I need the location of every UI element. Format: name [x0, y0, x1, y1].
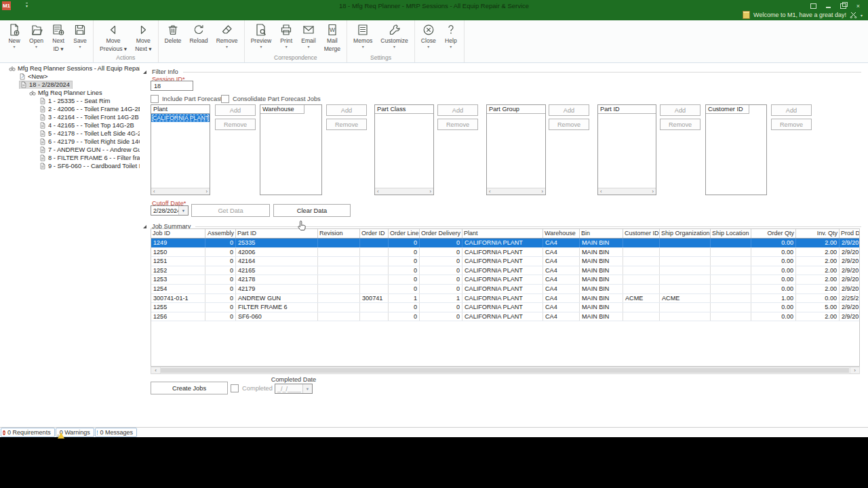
part-id-add-button[interactable]: Add — [660, 104, 701, 116]
scroll-right-arrow[interactable]: › — [206, 188, 208, 195]
tree-item[interactable]: 9 - SF6-060 - - Cardboard Toilet Bowl C — [0, 162, 140, 170]
status-badge[interactable]: i0 Messages — [95, 428, 137, 437]
collapse-triangle-icon[interactable] — [143, 225, 146, 228]
tree-item[interactable]: Mfg Req Planner Sessions - All Equip Rep… — [0, 64, 140, 73]
listbox-horizontal-scrollbar[interactable]: ‹› — [375, 188, 433, 195]
consolidate-checkbox[interactable] — [221, 95, 229, 103]
customer-id-listbox[interactable]: Customer ID — [705, 104, 767, 195]
include-forecasts-checkbox[interactable] — [151, 95, 159, 103]
tree-item[interactable]: 6 - 42179 - - Toilet Right Side 14G-2B — [0, 138, 140, 146]
plant-listbox[interactable]: PlantCALIFORNIA PLANT‹› — [151, 104, 210, 195]
scroll-right-arrow[interactable]: › — [542, 188, 544, 195]
grid-column-header[interactable]: Order Qty — [751, 229, 796, 238]
status-badge[interactable]: ×0 Requirements — [1, 428, 55, 437]
new-button[interactable]: New▾ — [3, 20, 25, 49]
close-window-button[interactable]: × — [855, 3, 861, 9]
scrollbar-thumb[interactable] — [161, 368, 849, 373]
grid-column-header[interactable]: Job ID — [151, 229, 205, 238]
move-previous-button[interactable]: MovePrevious ▾ — [96, 20, 131, 52]
filter-info-section-header[interactable]: Filter Info — [143, 68, 861, 76]
grid-column-header[interactable]: Bin — [580, 229, 623, 238]
table-row[interactable]: 125004200600CALIFORNIA PLANTCA4MAIN BIN0… — [151, 248, 859, 258]
table-row[interactable]: 125304217800CALIFORNIA PLANTCA4MAIN BIN0… — [151, 275, 859, 285]
tree-item[interactable]: 1 - 25335 - - Seat Rim — [0, 97, 140, 105]
scroll-left-arrow[interactable]: ‹ — [151, 367, 161, 373]
remove-button[interactable]: Remove▾ — [212, 20, 242, 49]
window-options-button[interactable] — [810, 3, 816, 9]
part-id-remove-button[interactable]: Remove — [660, 119, 701, 130]
grid-column-header[interactable]: Order ID — [360, 229, 389, 238]
close-button[interactable]: Close▾ — [417, 20, 440, 49]
part-group-listbox-header[interactable]: Part Group — [487, 105, 545, 114]
cutoff-date-picker[interactable]: 2/28/2024 ▾ — [151, 205, 189, 216]
get-data-button[interactable]: Get Data — [191, 204, 270, 217]
tree-item[interactable]: <New> — [0, 73, 140, 81]
dropdown-caret-icon[interactable]: ▾ — [260, 45, 262, 49]
create-jobs-button[interactable]: Create Jobs — [151, 382, 228, 394]
part-group-add-button[interactable]: Add — [549, 104, 589, 116]
save-button[interactable]: Save▾ — [69, 20, 91, 49]
scroll-left-arrow[interactable]: ‹ — [377, 188, 379, 195]
grid-column-header[interactable]: Revision — [318, 229, 360, 238]
delete-button[interactable]: Delete — [161, 20, 186, 45]
session-id-input[interactable]: 18 — [151, 81, 193, 91]
dropdown-caret-icon[interactable]: ▾ — [13, 45, 15, 49]
grid-column-header[interactable]: Customer ID — [623, 229, 660, 238]
next-id-button[interactable]: NextID ▾ — [47, 20, 69, 52]
grid-column-header[interactable]: Assembly — [205, 229, 236, 238]
status-badge[interactable]: !0 Warnings — [56, 428, 94, 437]
table-row[interactable]: 125404217900CALIFORNIA PLANTCA4MAIN BIN0… — [151, 285, 859, 294]
dropdown-caret-icon[interactable]: ▾ — [226, 45, 228, 49]
table-row[interactable]: 124902533500CALIFORNIA PLANTCA4MAIN BIN0… — [151, 239, 859, 248]
plant-remove-button[interactable]: Remove — [215, 119, 256, 130]
part-group-remove-button[interactable]: Remove — [549, 119, 589, 130]
dropdown-caret-icon[interactable]: ▾ — [35, 45, 37, 49]
dropdown-caret-icon[interactable]: ▾ — [362, 45, 364, 49]
grid-column-header[interactable]: Warehouse — [543, 229, 580, 238]
tree-item[interactable]: Mfg Req Planner Lines — [0, 89, 140, 97]
tree-item[interactable]: 3 - 42164 - - Toilet Front 14G-2B — [0, 113, 140, 121]
email-button[interactable]: Email▾ — [297, 20, 320, 49]
scroll-left-arrow[interactable]: ‹ — [600, 188, 602, 195]
chevron-down-icon[interactable]: ▾ — [178, 206, 188, 215]
dropdown-caret-icon[interactable]: ▾ — [393, 45, 395, 49]
table-row[interactable]: 125104216400CALIFORNIA PLANTCA4MAIN BIN0… — [151, 257, 859, 266]
tree-item[interactable]: 18 - 2/28/2024 — [0, 81, 140, 89]
grid-column-header[interactable]: Ship Location — [711, 229, 751, 238]
table-row[interactable]: 12560SF6-06000CALIFORNIA PLANTCA4MAIN BI… — [151, 312, 859, 322]
dropdown-caret-icon[interactable]: ▾ — [307, 45, 309, 49]
table-row[interactable]: 300741-01-10ANDREW GUN30074111CALIFORNIA… — [151, 294, 859, 304]
grid-column-header[interactable]: Prod D — [840, 229, 860, 238]
listbox-horizontal-scrollbar[interactable]: ‹› — [151, 188, 210, 195]
part-id-listbox[interactable]: Part ID‹› — [597, 104, 656, 195]
customize-button[interactable]: Customize▾ — [376, 20, 412, 49]
welcome-dropdown-arrow[interactable]: ▾ — [861, 13, 863, 18]
customer-id-listbox-header[interactable]: Customer ID — [706, 105, 749, 114]
grid-horizontal-scrollbar[interactable]: ‹ › — [151, 367, 860, 374]
customer-id-remove-button[interactable]: Remove — [771, 119, 812, 130]
dropdown-caret-icon[interactable]: ▾ — [285, 45, 288, 49]
scroll-right-arrow[interactable]: › — [430, 188, 432, 195]
preview-button[interactable]: Preview▾ — [247, 20, 276, 49]
warehouse-listbox-header[interactable]: Warehouse — [260, 105, 304, 114]
listbox-item[interactable]: CALIFORNIA PLANT — [151, 114, 210, 122]
grid-column-header[interactable]: Order Line — [389, 229, 420, 238]
plant-listbox-header[interactable]: Plant — [151, 105, 210, 114]
open-button[interactable]: Open▾ — [25, 20, 47, 49]
warehouse-add-button[interactable]: Add — [326, 104, 367, 116]
listbox-horizontal-scrollbar[interactable]: ‹› — [487, 188, 545, 195]
scroll-right-arrow[interactable]: › — [652, 188, 654, 195]
tree-item[interactable]: 7 - ANDREW GUN - - Andrew Gun — [0, 146, 140, 154]
chevron-down-icon[interactable]: ▾ — [302, 384, 312, 393]
tree-item[interactable]: 2 - 42006 - - Toilet Frame 14G-2B — [0, 105, 140, 113]
restore-button[interactable] — [840, 3, 846, 9]
reload-button[interactable]: Reload — [185, 20, 212, 45]
grid-column-header[interactable]: Ship Organization — [660, 229, 711, 238]
scissors-icon[interactable] — [850, 12, 857, 18]
part-class-remove-button[interactable]: Remove — [437, 119, 478, 130]
minimize-button[interactable] — [825, 3, 831, 9]
grid-column-header[interactable]: Inv. Qty — [796, 229, 840, 238]
scroll-left-arrow[interactable]: ‹ — [489, 188, 491, 195]
grid-column-header[interactable]: Order Delivery — [420, 229, 462, 238]
collapse-triangle-icon[interactable] — [143, 70, 146, 74]
